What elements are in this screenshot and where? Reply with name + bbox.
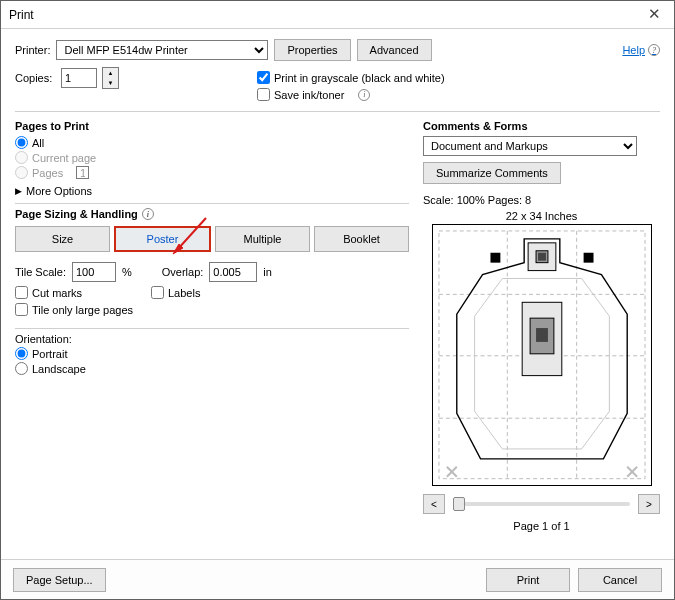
- cutmarks-row[interactable]: Cut marks: [15, 286, 145, 299]
- page-setup-button[interactable]: Page Setup...: [13, 568, 106, 592]
- help-label: Help: [622, 44, 645, 56]
- radio-landscape[interactable]: [15, 362, 28, 375]
- cancel-button[interactable]: Cancel: [578, 568, 662, 592]
- print-preview: [432, 224, 652, 486]
- multiple-button[interactable]: Multiple: [215, 226, 310, 252]
- page-slider[interactable]: [453, 502, 630, 506]
- scale-pages-label: Scale: 100% Pages: 8: [423, 194, 660, 206]
- next-page-button[interactable]: >: [638, 494, 660, 514]
- page-slider-thumb[interactable]: [453, 497, 465, 511]
- info-icon: i: [358, 89, 370, 101]
- radio-portrait-label: Portrait: [32, 348, 67, 360]
- saveink-checkbox-row[interactable]: Save ink/toner i: [257, 88, 660, 101]
- grayscale-checkbox[interactable]: [257, 71, 270, 84]
- comments-heading: Comments & Forms: [423, 120, 660, 132]
- radio-current-row: Current page: [15, 151, 409, 164]
- percent-label: %: [122, 266, 132, 278]
- printer-label: Printer:: [15, 44, 50, 56]
- cutmarks-label: Cut marks: [32, 287, 82, 299]
- orientation-heading: Orientation:: [15, 333, 409, 345]
- radio-pages-label: Pages: [32, 167, 72, 179]
- more-options-label: More Options: [26, 185, 92, 197]
- radio-landscape-label: Landscape: [32, 363, 86, 375]
- svg-rect-15: [536, 328, 548, 342]
- grayscale-checkbox-row[interactable]: Print in grayscale (black and white): [257, 71, 660, 84]
- preview-svg: [433, 225, 651, 485]
- copies-label: Copies:: [15, 72, 55, 84]
- advanced-button[interactable]: Advanced: [357, 39, 432, 61]
- print-button[interactable]: Print: [486, 568, 570, 592]
- comments-combo[interactable]: Document and Markups: [423, 136, 637, 156]
- size-button[interactable]: Size: [15, 226, 110, 252]
- tile-scale-label: Tile Scale:: [15, 266, 66, 278]
- labels-checkbox[interactable]: [151, 286, 164, 299]
- cutmarks-checkbox[interactable]: [15, 286, 28, 299]
- overlap-input[interactable]: [209, 262, 257, 282]
- radio-landscape-row[interactable]: Landscape: [15, 362, 409, 375]
- tile-scale-input[interactable]: [72, 262, 116, 282]
- booklet-button[interactable]: Booklet: [314, 226, 409, 252]
- labels-row[interactable]: Labels: [151, 286, 200, 299]
- saveink-checkbox[interactable]: [257, 88, 270, 101]
- pages-heading: Pages to Print: [15, 120, 409, 132]
- svg-rect-17: [583, 253, 593, 263]
- dimensions-label: 22 x 34 Inches: [423, 210, 660, 222]
- svg-rect-12: [538, 253, 546, 261]
- tile-large-checkbox[interactable]: [15, 303, 28, 316]
- tile-large-label: Tile only large pages: [32, 304, 133, 316]
- radio-pages-row: Pages: [15, 166, 409, 179]
- copies-up-button[interactable]: ▲: [103, 68, 118, 78]
- overlap-unit: in: [263, 266, 272, 278]
- svg-rect-16: [490, 253, 500, 263]
- info-icon: i: [142, 208, 154, 220]
- help-link[interactable]: Help ?: [622, 44, 660, 56]
- radio-current-label: Current page: [32, 152, 96, 164]
- radio-current: [15, 151, 28, 164]
- radio-pages: [15, 166, 28, 179]
- radio-all-label: All: [32, 137, 44, 149]
- grayscale-label: Print in grayscale (black and white): [274, 72, 445, 84]
- radio-all[interactable]: [15, 136, 28, 149]
- pages-input: [76, 166, 89, 179]
- poster-button[interactable]: Poster: [114, 226, 211, 252]
- radio-portrait[interactable]: [15, 347, 28, 360]
- printer-select[interactable]: Dell MFP E514dw Printer: [56, 40, 268, 60]
- saveink-label: Save ink/toner: [274, 89, 344, 101]
- triangle-right-icon: ▶: [15, 186, 22, 196]
- radio-all-row[interactable]: All: [15, 136, 409, 149]
- properties-button[interactable]: Properties: [274, 39, 350, 61]
- copies-down-button[interactable]: ▼: [103, 78, 118, 88]
- summarize-button[interactable]: Summarize Comments: [423, 162, 561, 184]
- prev-page-button[interactable]: <: [423, 494, 445, 514]
- overlap-label: Overlap:: [162, 266, 204, 278]
- window-title: Print: [9, 1, 34, 29]
- copies-input[interactable]: [61, 68, 97, 88]
- sizing-heading: Page Sizing & Handling: [15, 208, 138, 220]
- close-icon[interactable]: ✕: [642, 3, 666, 27]
- help-icon: ?: [648, 44, 660, 56]
- more-options-toggle[interactable]: ▶ More Options: [15, 185, 409, 197]
- page-indicator: Page 1 of 1: [423, 520, 660, 532]
- radio-portrait-row[interactable]: Portrait: [15, 347, 409, 360]
- tile-large-row[interactable]: Tile only large pages: [15, 303, 409, 316]
- labels-label: Labels: [168, 287, 200, 299]
- copies-spinner[interactable]: ▲ ▼: [102, 67, 119, 89]
